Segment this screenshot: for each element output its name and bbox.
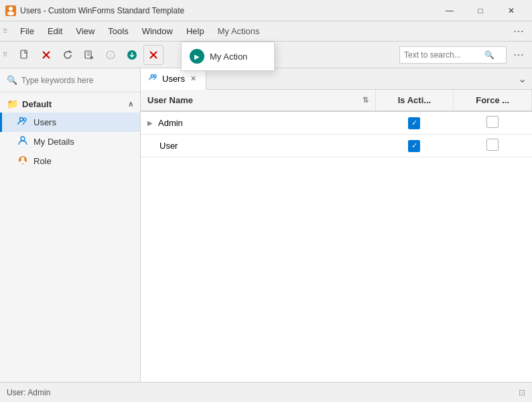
play-icon: ▶ <box>190 49 204 64</box>
svg-point-20 <box>154 75 157 78</box>
download-button[interactable] <box>122 45 142 65</box>
table-container: User Name ⇅ Is Acti... Force ... <box>141 90 532 382</box>
sort-icon: ⇅ <box>362 96 369 105</box>
sidebar: 🔍 📁 Default ∧ Users <box>0 68 141 382</box>
chevron-up-icon: ∧ <box>128 100 133 109</box>
menu-edit[interactable]: Edit <box>41 23 69 39</box>
sidebar-item-role-label: Role <box>34 156 52 166</box>
sidebar-item-users[interactable]: Users <box>0 113 140 132</box>
isactive-checkbox-user[interactable]: ✓ <box>408 140 420 152</box>
minimize-button[interactable]: — <box>434 0 465 21</box>
title-bar: Users - Custom WinForms Standard Templat… <box>0 0 532 21</box>
col-force: Force ... <box>454 90 532 111</box>
status-text: User: Admin <box>7 388 50 397</box>
svg-point-0 <box>9 7 13 11</box>
svg-point-15 <box>23 118 26 121</box>
cell-username-admin: ▶ Admin <box>141 111 375 135</box>
sidebar-search-area: 🔍 <box>0 68 140 92</box>
sidebar-group-header[interactable]: 📁 Default ∧ <box>0 95 140 113</box>
svg-text:i: i <box>110 52 111 59</box>
tab-users[interactable]: Users ✕ <box>141 68 206 90</box>
delete-button[interactable] <box>36 45 56 65</box>
col-isactive: Is Acti... <box>375 90 454 111</box>
cell-isactive-user: ✓ <box>375 135 454 157</box>
col-username[interactable]: User Name ⇅ <box>141 90 375 111</box>
tab-users-label: Users <box>162 74 185 84</box>
content-area: Users ✕ ⌄ User Name ⇅ <box>141 68 532 382</box>
actions-dropdown: ▶ My Action <box>181 42 275 71</box>
main-layout: 🔍 📁 Default ∧ Users <box>0 68 532 382</box>
cell-username-user: User <box>141 135 375 157</box>
my-action-label: My Action <box>210 52 247 62</box>
sidebar-item-my-details[interactable]: My Details <box>0 132 140 151</box>
toolbar-drag-handle[interactable]: ⠿ <box>3 51 13 58</box>
sidebar-search-icon: 🔍 <box>7 75 17 85</box>
tab-close-button[interactable]: ✕ <box>189 74 198 83</box>
svg-rect-2 <box>21 50 27 58</box>
menu-help[interactable]: Help <box>180 23 211 39</box>
tab-icon <box>149 73 158 84</box>
menu-bar: ⠿ File Edit View Tools Window Help My Ac… <box>0 21 532 42</box>
search-input[interactable] <box>404 50 484 60</box>
toolbar-more-button[interactable]: ⋯ <box>508 46 529 64</box>
menu-window[interactable]: Window <box>135 23 180 39</box>
sidebar-group-label: Default <box>22 99 52 109</box>
table-row: User ✓ <box>141 135 532 157</box>
cell-force-admin <box>454 111 532 135</box>
sidebar-item-my-details-label: My Details <box>34 137 74 147</box>
cell-force-user <box>454 135 532 157</box>
tab-bar: Users ✕ ⌄ <box>141 68 532 90</box>
export-button[interactable] <box>79 45 99 65</box>
sidebar-item-users-label: Users <box>34 117 56 127</box>
users-table: User Name ⇅ Is Acti... Force ... <box>141 90 532 157</box>
resize-icon: ⊡ <box>519 388 525 397</box>
menu-view[interactable]: View <box>69 23 101 39</box>
search-box: 🔍 <box>399 46 507 64</box>
role-icon <box>17 155 28 168</box>
maximize-button[interactable]: □ <box>465 0 496 21</box>
window-controls: — □ ✕ <box>434 0 527 21</box>
username-value: User <box>159 141 178 151</box>
tab-more-button[interactable]: ⌄ <box>513 72 532 85</box>
sidebar-search-input[interactable] <box>21 76 133 85</box>
sidebar-item-role[interactable]: Role <box>0 151 140 171</box>
menu-file[interactable]: File <box>13 23 41 39</box>
search-button[interactable]: 🔍 <box>484 50 494 60</box>
svg-point-18 <box>21 157 25 161</box>
force-checkbox-admin[interactable] <box>486 116 498 128</box>
svg-point-1 <box>7 11 14 15</box>
menu-more-button[interactable]: ⋯ <box>508 22 529 40</box>
svg-point-14 <box>20 118 23 121</box>
menu-tools[interactable]: Tools <box>101 23 135 39</box>
user-icon <box>17 135 28 148</box>
table-row: ▶ Admin ✓ <box>141 111 532 135</box>
sidebar-group-default: 📁 Default ∧ Users <box>0 92 140 174</box>
menu-drag-handle[interactable]: ⠿ <box>3 27 13 35</box>
username-value: Admin <box>158 118 183 128</box>
cell-isactive-admin: ✓ <box>375 111 454 135</box>
svg-point-19 <box>151 74 153 77</box>
menu-my-actions[interactable]: My Actions <box>211 23 267 39</box>
app-icon <box>5 5 16 16</box>
status-bar: User: Admin ⊡ <box>0 382 532 402</box>
svg-point-16 <box>21 137 25 141</box>
row-expand-icon[interactable]: ▶ <box>147 119 153 127</box>
window-title: Users - Custom WinForms Standard Templat… <box>20 6 184 15</box>
close-button[interactable]: ✕ <box>496 0 527 21</box>
isactive-checkbox-admin[interactable]: ✓ <box>408 117 420 129</box>
remove-button[interactable] <box>143 45 163 65</box>
my-action-item[interactable]: ▶ My Action <box>182 45 274 68</box>
folder-icon: 📁 <box>7 98 18 109</box>
info-button[interactable]: i <box>101 45 121 65</box>
new-button[interactable] <box>15 45 35 65</box>
force-checkbox-user[interactable] <box>486 139 498 151</box>
refresh-button[interactable] <box>58 45 78 65</box>
users-icon <box>17 116 28 129</box>
